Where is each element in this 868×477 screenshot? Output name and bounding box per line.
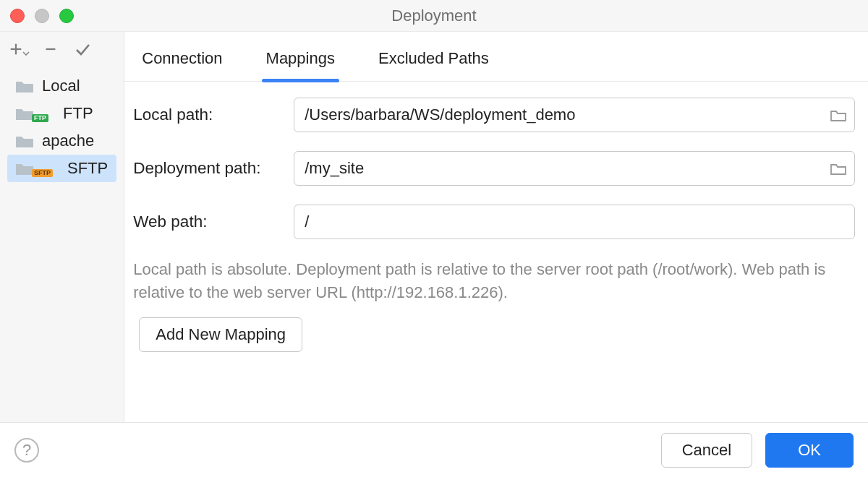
- help-button[interactable]: ?: [14, 438, 39, 463]
- web-path-row: Web path:: [133, 205, 855, 239]
- deployment-path-label: Deployment path:: [133, 159, 294, 178]
- tab-label: Excluded Paths: [378, 49, 489, 67]
- tab-connection[interactable]: Connection: [137, 49, 226, 81]
- server-item-label: apache: [42, 132, 94, 150]
- folder-open-icon: [830, 161, 847, 176]
- ok-label: OK: [798, 441, 821, 459]
- check-icon: [74, 40, 91, 58]
- main-panel: Connection Mappings Excluded Paths Local…: [124, 32, 868, 422]
- ftp-badge: FTP: [32, 114, 48, 122]
- ok-button[interactable]: OK: [765, 433, 854, 468]
- server-item-sftp[interactable]: SFTP SFTP: [7, 155, 116, 182]
- server-item-label: Local: [42, 77, 80, 95]
- server-item-apache[interactable]: apache: [0, 127, 124, 155]
- server-item-ftp[interactable]: FTP FTP: [0, 100, 124, 127]
- titlebar: Deployment: [0, 0, 868, 32]
- web-path-label: Web path:: [133, 212, 294, 231]
- plus-icon: [8, 41, 24, 57]
- browse-local-path-button[interactable]: [826, 103, 851, 127]
- deployment-path-row: Deployment path:: [133, 151, 855, 186]
- server-item-local[interactable]: Local: [0, 72, 124, 100]
- server-item-label: FTP: [63, 104, 93, 123]
- dialog-footer: ? Cancel OK: [0, 422, 868, 477]
- minus-icon: [43, 41, 59, 57]
- browse-deployment-path-button[interactable]: [826, 156, 851, 181]
- tab-bar: Connection Mappings Excluded Paths: [124, 32, 868, 82]
- add-server-button[interactable]: [4, 36, 33, 62]
- add-new-mapping-label: Add New Mapping: [156, 325, 286, 343]
- tab-mappings[interactable]: Mappings: [262, 49, 339, 81]
- local-path-input[interactable]: [294, 98, 855, 132]
- tab-excluded-paths[interactable]: Excluded Paths: [374, 49, 493, 81]
- add-new-mapping-button[interactable]: Add New Mapping: [139, 317, 302, 352]
- mappings-help-text: Local path is absolute. Deployment path …: [133, 258, 851, 304]
- set-default-server-button[interactable]: [68, 36, 97, 62]
- tab-label: Mappings: [266, 49, 335, 67]
- content-area: Local FTP FTP apache: [0, 32, 868, 422]
- local-path-row: Local path:: [133, 98, 855, 132]
- window-title: Deployment: [391, 7, 476, 25]
- mappings-form: Local path: Deployment path:: [124, 82, 868, 352]
- cancel-button[interactable]: Cancel: [661, 433, 752, 468]
- folder-icon: [14, 134, 35, 148]
- minimize-window-button[interactable]: [35, 9, 49, 23]
- folder-open-icon: [830, 108, 847, 122]
- chevron-down-icon: [22, 50, 30, 57]
- deployment-path-input[interactable]: [294, 151, 855, 186]
- web-path-input[interactable]: [294, 205, 855, 239]
- question-mark-icon: ?: [22, 441, 31, 460]
- close-window-button[interactable]: [10, 9, 25, 23]
- cancel-label: Cancel: [682, 441, 731, 459]
- local-path-field-wrap: [294, 98, 855, 132]
- sidebar: Local FTP FTP apache: [0, 32, 124, 422]
- deployment-path-field-wrap: [294, 151, 855, 186]
- zoom-window-button[interactable]: [59, 9, 74, 23]
- local-path-label: Local path:: [133, 106, 294, 124]
- deployment-dialog: Deployment: [0, 0, 868, 477]
- server-item-label: SFTP: [67, 159, 108, 178]
- web-path-field-wrap: [294, 205, 855, 239]
- window-controls: [10, 0, 74, 31]
- sftp-badge: SFTP: [32, 169, 53, 177]
- sidebar-toolbar: [0, 32, 124, 66]
- folder-icon: [14, 79, 35, 93]
- tab-label: Connection: [142, 49, 222, 67]
- server-list: Local FTP FTP apache: [0, 72, 124, 182]
- remove-server-button[interactable]: [36, 36, 65, 62]
